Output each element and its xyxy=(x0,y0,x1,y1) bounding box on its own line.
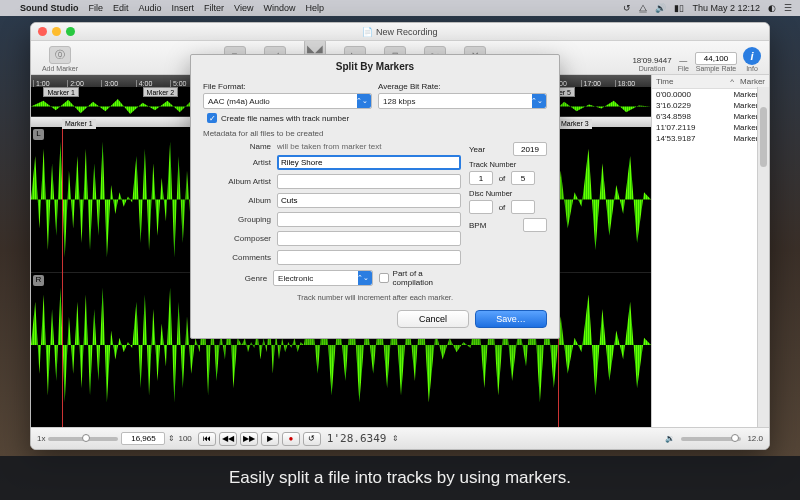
fast-fwd-button[interactable]: ▶▶ xyxy=(240,432,258,446)
window-controls xyxy=(38,27,75,36)
marker-panel-header[interactable]: Time ^ Marker xyxy=(652,75,769,89)
marker-label[interactable]: Marker 3 xyxy=(558,119,592,129)
loop-button[interactable]: ↺ xyxy=(303,432,321,446)
marker-row[interactable]: 6'34.8598Marker 3 xyxy=(652,111,769,122)
dialog-title: Split By Markers xyxy=(191,55,559,78)
chevron-up-down-icon: ⌃⌄ xyxy=(531,97,543,105)
menu-insert[interactable]: Insert xyxy=(172,3,195,13)
marker-row[interactable]: 11'07.2119Marker 4 xyxy=(652,122,769,133)
menu-help[interactable]: Help xyxy=(305,3,324,13)
save-button[interactable]: Save… xyxy=(475,310,547,328)
volume-value: 12.0 xyxy=(747,434,763,443)
bpm-field[interactable] xyxy=(523,218,547,232)
sample-rate-field[interactable]: Sample Rate xyxy=(695,52,737,72)
app-name[interactable]: Sound Studio xyxy=(20,3,79,13)
track-a-field[interactable] xyxy=(469,171,493,185)
genre-select[interactable]: Electronic⌃⌄ xyxy=(273,270,373,286)
artist-field[interactable] xyxy=(277,155,461,170)
window-titlebar[interactable]: 📄 New Recording xyxy=(31,23,769,41)
bitrate-label: Average Bit Rate: xyxy=(378,82,547,91)
menu-filter[interactable]: Filter xyxy=(204,3,224,13)
sort-icon: ^ xyxy=(730,77,734,86)
menu-edit[interactable]: Edit xyxy=(113,3,129,13)
album-artist-field[interactable] xyxy=(277,174,461,189)
zoom-slider[interactable] xyxy=(48,437,118,441)
speaker-icon: 🔉 xyxy=(665,434,675,443)
compilation-checkbox[interactable]: Part of a compilation xyxy=(379,269,461,287)
rewind-start-button[interactable]: ⏮ xyxy=(198,432,216,446)
ruler-tick: 1:00 xyxy=(33,80,67,87)
minimize-icon[interactable] xyxy=(52,27,61,36)
sync-icon[interactable]: ↺ xyxy=(623,3,631,13)
track-b-field[interactable] xyxy=(511,171,535,185)
transport-bar: 1x ⇕ 100 ⏮ ◀◀ ▶▶ ▶ ● ↺ 1'28.6349 ⇕ 🔉 12.… xyxy=(31,427,769,449)
bitrate-select[interactable]: 128 kbps⌃⌄ xyxy=(378,93,547,109)
playhead-time: 1'28.6349 xyxy=(327,432,387,445)
increment-note: Track number will increment after each m… xyxy=(203,293,547,302)
info-button[interactable]: iInfo xyxy=(743,47,761,72)
menu-view[interactable]: View xyxy=(234,3,253,13)
checkbox-empty-icon xyxy=(379,273,389,283)
ruler-tick: 2:00 xyxy=(67,80,101,87)
col-time[interactable]: Time xyxy=(656,77,724,86)
record-button[interactable]: ● xyxy=(282,432,300,446)
chevron-up-down-icon: ⌃⌄ xyxy=(357,274,369,282)
add-marker-button[interactable]: ⓪Add Marker xyxy=(39,46,81,72)
menu-audio[interactable]: Audio xyxy=(139,3,162,13)
grouping-field[interactable] xyxy=(277,212,461,227)
composer-field[interactable] xyxy=(277,231,461,246)
menubar-clock[interactable]: Thu May 2 12:12 xyxy=(692,3,760,13)
window-title: 📄 New Recording xyxy=(362,27,437,37)
time-stepper-icon[interactable]: ⇕ xyxy=(392,434,399,443)
spotlight-icon[interactable]: ◐ xyxy=(768,3,776,13)
chevron-up-down-icon: ⌃⌄ xyxy=(356,97,368,105)
playback-controls: ⏮ ◀◀ ▶▶ ▶ ● ↺ xyxy=(198,432,321,446)
cancel-button[interactable]: Cancel xyxy=(397,310,469,328)
split-by-markers-dialog: Split By Markers File Format: AAC (m4a) … xyxy=(190,54,560,339)
info-icon: i xyxy=(743,47,761,65)
tracknumber-filenames-checkbox[interactable]: ✓Create file names with track number xyxy=(207,113,547,123)
metadata-section-header: Metadata for all files to be created xyxy=(203,129,547,138)
checkmark-icon: ✓ xyxy=(207,113,217,123)
status-icons: ↺ ⧋ 🔊 ▮▯ Thu May 2 12:12 ◐ ☰ xyxy=(623,3,792,14)
volume-slider[interactable] xyxy=(681,437,741,441)
zoom-icon[interactable] xyxy=(66,27,75,36)
battery-icon[interactable]: ▮▯ xyxy=(674,3,684,13)
year-field[interactable] xyxy=(513,142,547,156)
menu-file[interactable]: File xyxy=(89,3,104,13)
name-note: will be taken from marker text xyxy=(277,142,381,151)
ruler-tick: 17:00 xyxy=(581,80,615,87)
ruler-tick: 3:00 xyxy=(101,80,135,87)
album-field[interactable] xyxy=(277,193,461,208)
wifi-icon[interactable]: ⧋ xyxy=(639,3,647,14)
marker-row[interactable]: 3'16.0229Marker 2 xyxy=(652,100,769,111)
comments-field[interactable] xyxy=(277,250,461,265)
marker-panel: Time ^ Marker 0'00.0000Marker 13'16.0229… xyxy=(651,75,769,427)
marker-row[interactable]: 14'53.9187Marker 5 xyxy=(652,133,769,144)
close-icon[interactable] xyxy=(38,27,47,36)
volume-icon[interactable]: 🔊 xyxy=(655,3,666,13)
overview-marker[interactable]: Marker 2 xyxy=(143,87,179,97)
ruler-tick: 18:00 xyxy=(615,80,649,87)
overview-marker[interactable]: Marker 1 xyxy=(43,87,79,97)
siri-icon[interactable]: ☰ xyxy=(784,3,792,13)
file-format-select[interactable]: AAC (m4a) Audio⌃⌄ xyxy=(203,93,372,109)
channel-label-l: L xyxy=(33,129,44,140)
marker-row[interactable]: 0'00.0000Marker 1 xyxy=(652,89,769,100)
marker-icon: ⓪ xyxy=(49,46,71,64)
play-button[interactable]: ▶ xyxy=(261,432,279,446)
zoom-stepper-icon[interactable]: ⇕ xyxy=(168,434,175,443)
marker-line[interactable] xyxy=(62,127,63,427)
col-marker[interactable]: Marker xyxy=(740,77,765,86)
rewind-button[interactable]: ◀◀ xyxy=(219,432,237,446)
disc-b-field[interactable] xyxy=(511,200,535,214)
horiz-zoom[interactable]: 1x ⇕ 100 xyxy=(37,432,192,445)
promo-caption: Easily split a file into tracks by using… xyxy=(0,456,800,500)
menu-window[interactable]: Window xyxy=(263,3,295,13)
macos-menubar: Sound Studio File Edit Audio Insert Filt… xyxy=(0,0,800,16)
marker-label[interactable]: Marker 1 xyxy=(62,119,96,129)
file-display: —File xyxy=(678,56,689,72)
zoom-field[interactable] xyxy=(121,432,165,445)
disc-a-field[interactable] xyxy=(469,200,493,214)
marker-scrollbar[interactable] xyxy=(757,87,769,427)
